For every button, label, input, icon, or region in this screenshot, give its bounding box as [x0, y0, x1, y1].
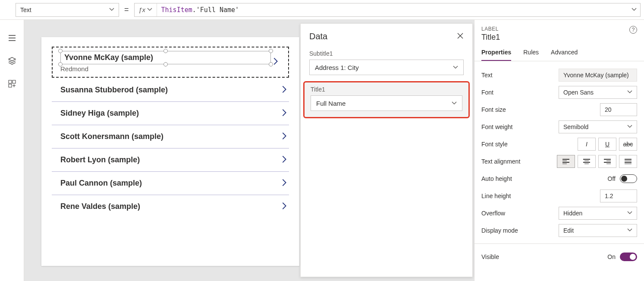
properties-pane: LABEL Title1 ? Properties Rules Advanced… — [474, 20, 644, 281]
app-screen[interactable]: Yvonne McKay (sample) Redmond Susanna St… — [41, 37, 299, 266]
align-right-button[interactable] — [598, 155, 616, 168]
gallery-item[interactable]: Sidney Higa (sample) — [52, 102, 289, 125]
prop-label-overflow: Overflow — [481, 210, 505, 217]
gallery-item[interactable]: Robert Lyon (sample) — [52, 148, 289, 172]
title-binding-select[interactable]: Full Name — [311, 95, 462, 111]
apps-icon[interactable] — [8, 79, 16, 90]
autoheight-toggle[interactable] — [620, 174, 637, 183]
prop-label-fontstyle: Font style — [481, 141, 508, 148]
formula-input-container: ƒx ThisItem.'Full Name' — [134, 3, 641, 17]
displaymode-select[interactable]: Edit — [559, 224, 637, 237]
gallery-item[interactable]: Rene Valdes (sample) — [52, 195, 289, 218]
equals-sign: = — [123, 5, 131, 14]
align-left-button[interactable] — [557, 155, 575, 168]
gallery-item-title: Robert Lyon (sample) — [60, 155, 140, 164]
layers-icon[interactable] — [8, 57, 16, 67]
formula-expand-icon[interactable] — [628, 6, 640, 13]
prop-label-visible: Visible — [481, 253, 499, 260]
chevron-down-icon — [627, 227, 632, 234]
formula-property-select[interactable]: Text — [16, 3, 119, 17]
font-select[interactable]: Open Sans — [559, 86, 637, 99]
tab-advanced[interactable]: Advanced — [551, 49, 578, 61]
subtitle-binding-select[interactable]: Address 1: City — [309, 60, 464, 75]
formula-input[interactable]: ThisItem.'Full Name' — [157, 6, 628, 14]
visible-toggle[interactable] — [620, 253, 637, 261]
hamburger-icon[interactable] — [8, 34, 16, 44]
chevron-down-icon — [453, 64, 458, 71]
resize-handle[interactable] — [269, 49, 273, 53]
gallery-item[interactable]: Paul Cannon (sample) — [52, 172, 289, 195]
align-center-button[interactable] — [578, 155, 596, 168]
chevron-down-icon — [147, 6, 152, 13]
resize-handle[interactable] — [163, 49, 168, 53]
prop-label-text: Text — [481, 72, 493, 79]
resize-handle[interactable] — [163, 62, 168, 66]
align-justify-button[interactable] — [619, 155, 637, 168]
svg-rect-2 — [9, 84, 12, 87]
tab-properties[interactable]: Properties — [481, 49, 511, 61]
fontweight-select[interactable]: Semibold — [559, 120, 637, 133]
visible-state: On — [607, 253, 616, 260]
chevron-down-icon — [627, 89, 632, 96]
data-field-label: Subtitle1 — [309, 50, 464, 57]
title-binding-group-highlighted: Title1 Full Name — [303, 81, 470, 118]
canvas-area: Yvonne McKay (sample) Redmond Susanna St… — [24, 20, 474, 281]
chevron-right-icon[interactable] — [280, 131, 289, 142]
title-label-selected[interactable]: Yvonne McKay (sample) — [60, 51, 271, 64]
resize-handle[interactable] — [269, 62, 273, 66]
help-icon[interactable]: ? — [629, 26, 637, 34]
prop-label-autoheight: Auto height — [481, 175, 512, 182]
italic-button[interactable]: I — [578, 138, 596, 151]
gallery-item-title: Rene Valdes (sample) — [60, 202, 140, 211]
gallery-item-selected[interactable]: Yvonne McKay (sample) Redmond — [52, 47, 289, 78]
close-icon[interactable] — [457, 32, 464, 41]
chevron-down-icon — [627, 210, 632, 217]
svg-rect-1 — [13, 80, 16, 83]
chevron-down-icon — [109, 6, 114, 13]
gallery-item-title: Susanna Stubberod (sample) — [60, 85, 168, 95]
gallery-item-title: Scott Konersmann (sample) — [60, 132, 163, 141]
resize-handle[interactable] — [58, 62, 63, 66]
chevron-down-icon — [627, 123, 632, 130]
data-field-label: Title1 — [311, 86, 462, 93]
underline-button[interactable]: U — [598, 138, 616, 151]
data-pane-title: Data — [309, 32, 327, 41]
svg-rect-0 — [9, 80, 12, 83]
lineheight-input[interactable]: 1.2 — [600, 189, 637, 202]
resize-handle[interactable] — [58, 49, 63, 53]
formula-bar: Text = ƒx ThisItem.'Full Name' — [0, 0, 644, 20]
fx-icon[interactable]: ƒx — [135, 3, 157, 16]
overflow-select[interactable]: Hidden — [559, 207, 637, 220]
chevron-right-icon[interactable] — [280, 178, 289, 189]
fontsize-input[interactable]: 20 — [600, 103, 637, 116]
separator — [474, 243, 644, 244]
gallery-item[interactable]: Susanna Stubberod (sample) — [52, 79, 289, 102]
strikethrough-button[interactable]: abc — [619, 138, 637, 151]
prop-label-align: Text alignment — [481, 158, 520, 165]
tab-rules[interactable]: Rules — [523, 49, 539, 61]
gallery-item-title: Yvonne McKay (sample) — [64, 53, 267, 62]
formula-property-label: Text — [20, 6, 31, 13]
chevron-right-icon[interactable] — [280, 85, 289, 95]
gallery-item-title: Sidney Higa (sample) — [60, 109, 139, 118]
prop-label-fontsize: Font size — [481, 106, 506, 113]
prop-label-fontweight: Font weight — [481, 123, 512, 130]
chevron-right-icon[interactable] — [280, 201, 289, 212]
control-type-label: LABEL — [481, 26, 500, 32]
properties-tabs: Properties Rules Advanced — [474, 42, 644, 61]
data-pane: Data Subtitle1 Address 1: City Title1 Fu… — [300, 23, 473, 277]
gallery-item[interactable]: Scott Konersmann (sample) — [52, 125, 289, 148]
prop-label-lineheight: Line height — [481, 193, 511, 199]
chevron-right-icon[interactable] — [280, 108, 289, 119]
left-rail — [0, 20, 24, 281]
chevron-down-icon — [452, 100, 457, 107]
prop-label-font: Font — [481, 89, 493, 96]
control-name-label: Title1 — [481, 33, 500, 42]
text-value-field[interactable]: Yvonne McKay (sample) — [559, 69, 637, 82]
autoheight-state: Off — [608, 175, 616, 182]
prop-label-displaymode: Display mode — [481, 227, 518, 234]
chevron-right-icon[interactable] — [280, 155, 289, 165]
gallery-item-title: Paul Cannon (sample) — [60, 179, 142, 188]
